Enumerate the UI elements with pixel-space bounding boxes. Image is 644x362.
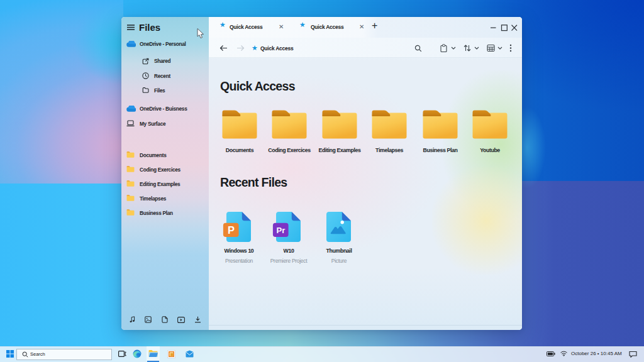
svg-text:Pr: Pr bbox=[277, 226, 286, 235]
svg-text:P: P bbox=[228, 224, 235, 236]
